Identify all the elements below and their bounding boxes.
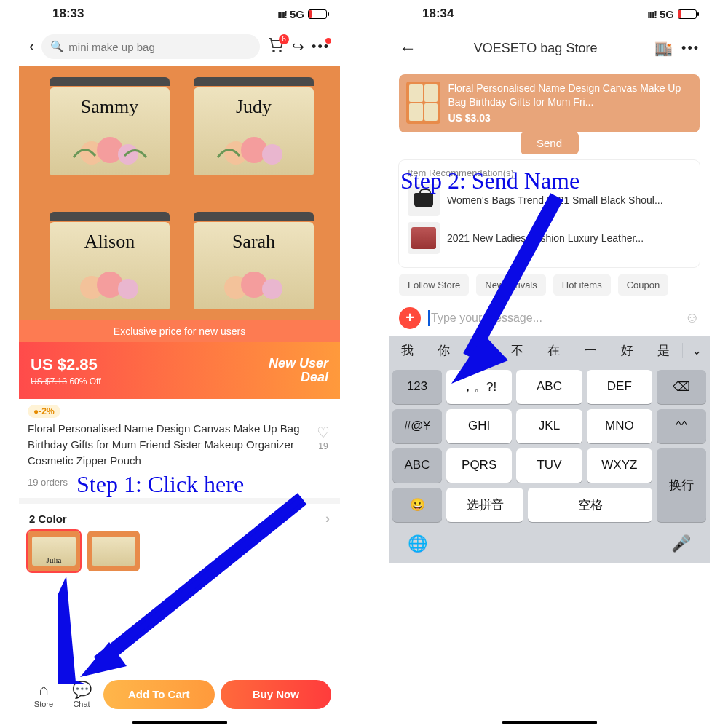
store-button[interactable]: ⌂Store — [28, 681, 60, 708]
cart-badge: 6 — [279, 34, 289, 44]
store-name: VOESETO bag Store — [425, 41, 646, 56]
exclusive-banner: Exclusive price for new users — [19, 320, 340, 342]
share-icon[interactable]: ↪ — [292, 38, 304, 55]
storefront-icon[interactable]: 🏬 — [654, 39, 673, 57]
chevron-right-icon: › — [325, 511, 330, 526]
status-bar: 18:33 ıııı! 5G — [19, 0, 340, 28]
chip-coupon[interactable]: Coupon — [618, 274, 669, 296]
annotation-step1: Step 1: Click here — [76, 471, 244, 498]
bag-name: Alison — [50, 231, 170, 253]
signal-bars-icon: ıııı! — [277, 8, 286, 20]
emoji-icon[interactable]: ☺ — [685, 309, 700, 326]
battery-icon — [678, 9, 697, 19]
key-pinyin[interactable]: 选拼音 — [446, 488, 523, 522]
price-box: US $2.85 US $7.13 60% Off New User Deal — [19, 342, 340, 399]
arrow-step2-icon — [437, 171, 597, 389]
key-backspace[interactable]: ⌫ — [657, 370, 706, 404]
suggestion[interactable]: 好 — [609, 342, 645, 359]
product-thumb — [406, 82, 440, 124]
coin-badge: ● -2% — [28, 405, 60, 418]
product-image-gallery[interactable]: Sammy Judy Alison Sarah 1/7 Exclusive pr… — [19, 66, 340, 342]
handbag-icon — [414, 193, 433, 207]
chevron-down-icon[interactable]: ⌄ — [682, 343, 710, 358]
heart-icon: ♡ — [317, 424, 330, 441]
svg-point-4 — [118, 144, 138, 165]
svg-point-1 — [279, 50, 282, 52]
deal-line2: Deal — [269, 371, 328, 384]
top-bar: ‹ 🔍 mini make up bag 6 ↪ ••• — [19, 28, 340, 66]
discount: 60% Off — [69, 376, 100, 387]
notification-dot-icon — [325, 38, 331, 44]
mic-icon[interactable]: 🎤 — [671, 534, 691, 553]
home-indicator — [132, 721, 227, 724]
cart-icon[interactable]: 6 — [267, 37, 285, 57]
key-abc2[interactable]: ABC — [392, 448, 442, 483]
key-space[interactable]: 空格 — [528, 488, 652, 522]
chat-header: ← VOESETO bag Store 🏬 ••• — [389, 28, 710, 68]
network-label: 5G — [290, 8, 304, 20]
back-icon[interactable]: ‹ — [29, 37, 34, 56]
chat-button[interactable]: 💬Chat — [66, 681, 98, 708]
send-button[interactable]: Send — [521, 132, 579, 154]
key-123[interactable]: 123 — [392, 370, 442, 404]
home-indicator — [502, 721, 597, 724]
annotation-step2: Step 2: Send Name — [400, 167, 579, 194]
svg-point-0 — [272, 50, 275, 52]
key-enter[interactable]: 换行 — [657, 448, 706, 522]
favorite-count: 19 — [317, 441, 330, 451]
key-wxyz[interactable]: WXYZ — [587, 448, 652, 483]
status-time: 18:34 — [422, 7, 454, 21]
deal-line1: New User — [269, 357, 328, 371]
search-icon: 🔍 — [50, 40, 64, 53]
key-symbols[interactable]: #@¥ — [392, 409, 442, 443]
svg-point-13 — [262, 279, 282, 299]
card-price: US $3.03 — [448, 111, 692, 125]
status-bar: 18:34 ıııı! 5G — [389, 0, 710, 28]
original-price: US $7.13 — [31, 376, 67, 387]
bag-name: Judy — [194, 96, 314, 118]
attach-icon[interactable]: + — [399, 307, 421, 329]
signal-bars-icon: ıııı! — [647, 8, 656, 20]
bag-name: Sarah — [194, 231, 314, 253]
status-time: 18:33 — [52, 7, 84, 21]
network-label: 5G — [660, 8, 674, 20]
search-text: mini make up bag — [68, 41, 154, 53]
more-icon[interactable]: ••• — [312, 39, 330, 55]
back-icon[interactable]: ← — [399, 38, 416, 58]
search-input[interactable]: 🔍 mini make up bag — [41, 34, 260, 59]
price: US $2.85 — [31, 355, 101, 374]
key-jkl[interactable]: JKL — [516, 409, 582, 443]
key-mno[interactable]: MNO — [587, 409, 652, 443]
key-smile[interactable]: ^^ — [657, 409, 706, 443]
product-card[interactable]: Floral Personalised Name Design Canvas M… — [399, 74, 700, 132]
svg-point-10 — [118, 279, 138, 299]
card-title: Floral Personalised Name Design Canvas M… — [448, 82, 692, 109]
key-ghi[interactable]: GHI — [446, 409, 512, 443]
favorite-button[interactable]: ♡ 19 — [317, 421, 330, 451]
key-pqrs[interactable]: PQRS — [446, 448, 512, 483]
more-icon[interactable]: ••• — [681, 41, 700, 56]
suggestion[interactable]: 是 — [646, 342, 682, 359]
globe-icon[interactable]: 🌐 — [408, 534, 427, 553]
battery-icon — [308, 9, 327, 19]
store-icon: ⌂ — [28, 681, 60, 700]
suggestion[interactable]: 我 — [389, 342, 425, 359]
product-title: Floral Personalised Name Design Canvas M… — [28, 421, 309, 468]
bag-name: Sammy — [50, 96, 170, 118]
key-tuv[interactable]: TUV — [516, 448, 582, 483]
leather-bag-icon — [411, 227, 436, 249]
svg-point-7 — [262, 144, 282, 165]
key-emoji[interactable]: 😀 — [392, 488, 442, 522]
arrow-step1-icon — [58, 466, 320, 684]
